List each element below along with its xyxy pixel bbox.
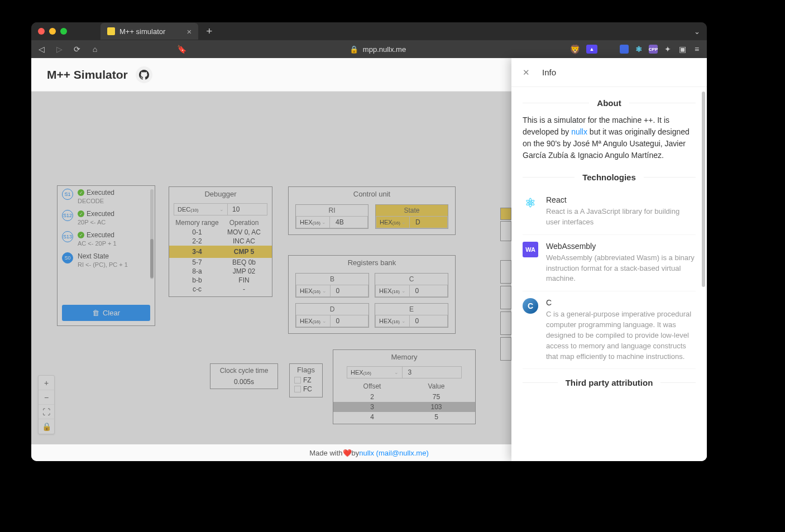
tech-item-react[interactable]: ⚛ React React is a A JavaScript library …: [523, 189, 696, 235]
toolbar-right: 🦁 ▲ ⚛ CPP ✦ ▣ ≡: [569, 45, 701, 54]
close-icon[interactable]: ✕: [523, 68, 530, 78]
forward-icon[interactable]: ▷: [55, 45, 64, 54]
drawer-body[interactable]: About This is a simulator for the machin…: [511, 87, 707, 461]
tab-close-icon[interactable]: ×: [186, 27, 192, 36]
wasm-icon: WA: [523, 242, 538, 257]
window-controls: [38, 28, 67, 35]
url-text: mpp.nullx.me: [363, 45, 406, 54]
tech-desc: C is a general-purpose imperative proced…: [546, 309, 696, 362]
footer-author-link[interactable]: nullx (mail@nullx.me): [359, 449, 428, 457]
app-title: M++ Simulator: [47, 68, 128, 82]
minimize-window-icon[interactable]: [49, 28, 56, 35]
browser-window: M++ simulator × + ⌄ ◁ ▷ ⟳ ⌂ 🔖 🔒 mpp.null…: [31, 22, 707, 461]
page-content: M++ Simulator S1 ✓Executed DECODE: [31, 58, 707, 461]
home-icon[interactable]: ⌂: [90, 45, 99, 54]
maximize-window-icon[interactable]: [60, 28, 67, 35]
about-heading: About: [589, 98, 629, 108]
tech-name: React: [546, 195, 696, 204]
address-bar[interactable]: 🔒 mpp.nullx.me: [228, 45, 527, 54]
extension-icon-cpp[interactable]: CPP: [649, 45, 658, 54]
react-icon: ⚛: [523, 195, 538, 211]
tab-title: M++ simulator: [119, 27, 165, 36]
menu-icon[interactable]: ≡: [692, 45, 701, 54]
tech-desc: WebAssembly (abbreviated Wasm) is a bina…: [546, 253, 696, 285]
close-window-icon[interactable]: [38, 28, 45, 35]
lock-icon: 🔒: [350, 45, 358, 54]
github-button[interactable]: [136, 66, 152, 83]
extension-icon-1[interactable]: [620, 45, 629, 54]
about-text: This is a simulator for the machine ++. …: [523, 114, 696, 161]
info-drawer: ✕ Info About This is a simulator for the…: [511, 58, 707, 461]
react-devtools-icon[interactable]: ⚛: [634, 45, 643, 54]
technologies-heading: Technologies: [575, 172, 644, 182]
back-icon[interactable]: ◁: [37, 45, 46, 54]
tech-name: WebAssembly: [546, 242, 696, 251]
bookmark-icon[interactable]: 🔖: [177, 45, 186, 54]
c-lang-icon: C: [523, 298, 538, 314]
tech-desc: React is a A JavaScript library for buil…: [546, 207, 696, 228]
extensions-icon[interactable]: ✦: [663, 45, 672, 54]
tech-item-c[interactable]: C C C is a general-purpose imperative pr…: [523, 291, 696, 369]
drawer-title: Info: [542, 68, 556, 77]
third-party-heading: Third party attribution: [558, 378, 661, 387]
browser-tab[interactable]: M++ simulator ×: [100, 23, 198, 40]
titlebar: M++ simulator × + ⌄: [31, 22, 707, 40]
tech-name: C: [546, 298, 696, 307]
brave-wallet-icon[interactable]: ▲: [586, 45, 597, 54]
favicon-icon: [107, 27, 115, 35]
tab-list-chevron-icon[interactable]: ⌄: [694, 27, 700, 36]
brave-shield-icon[interactable]: 🦁: [569, 45, 581, 54]
footer-prefix: Made with: [309, 449, 342, 457]
github-icon: [139, 70, 149, 80]
footer-by: by: [352, 449, 360, 457]
sidebar-icon[interactable]: ▣: [678, 45, 687, 54]
tech-item-wasm[interactable]: WA WebAssembly WebAssembly (abbreviated …: [523, 235, 696, 292]
drawer-scrollbar[interactable]: [702, 92, 705, 287]
reload-icon[interactable]: ⟳: [73, 45, 82, 54]
browser-toolbar: ◁ ▷ ⟳ ⌂ 🔖 🔒 mpp.nullx.me 🦁 ▲ ⚛ CPP ✦ ▣ ≡: [31, 40, 707, 58]
about-link-nullx[interactable]: nullx: [571, 127, 587, 136]
heart-icon: ❤️: [343, 449, 352, 457]
new-tab-button[interactable]: +: [206, 25, 212, 37]
drawer-header: ✕ Info: [511, 58, 707, 87]
